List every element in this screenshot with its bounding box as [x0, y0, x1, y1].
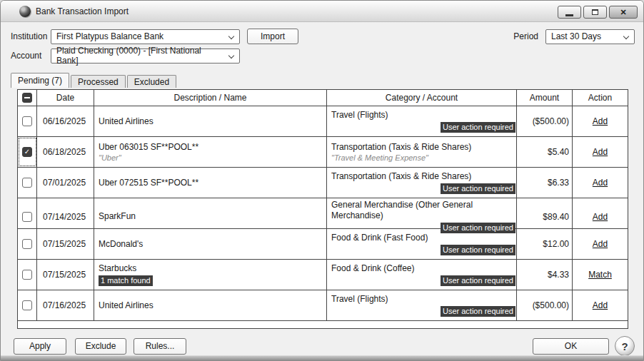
titlebar: Bank Transaction Import ✕ — [1, 1, 643, 22]
row-description-cell: McDonald's — [94, 229, 327, 259]
match-found-badge: 1 match found — [99, 275, 153, 286]
row-action-link[interactable]: Match — [588, 270, 612, 280]
row-category: Travel (Flights) — [331, 294, 516, 305]
row-date: 06/16/2025 — [37, 106, 94, 136]
header-amount: Amount — [517, 90, 573, 106]
row-amount: $5.40 — [517, 137, 573, 167]
app-logo-icon — [19, 6, 31, 17]
row-checkbox-cell: ✓ — [18, 168, 37, 198]
account-select[interactable]: Plaid Checking (0000) - [First National … — [51, 49, 240, 63]
close-icon: ✕ — [620, 9, 626, 16]
row-category-cell: Transportation (Taxis & Ride Shares) "Tr… — [327, 137, 517, 167]
minimize-button[interactable] — [558, 6, 581, 19]
row-description: Uber 063015 SF**POOL** — [99, 142, 323, 153]
user-action-required-badge: User action required — [441, 306, 515, 317]
rules-button[interactable]: Rules... — [134, 338, 186, 355]
row-checkbox[interactable]: ✓ — [22, 300, 32, 310]
row-date: 07/01/2025 — [37, 168, 94, 198]
row-checkbox[interactable]: ✓ — [22, 239, 32, 249]
table-row: ✓ 07/16/2025 United Airlines Travel (Fli… — [18, 290, 628, 321]
row-action-link[interactable]: Add — [593, 116, 608, 126]
row-category-sub: "Travel & Meeting Expense" — [331, 153, 516, 163]
row-action-link[interactable]: Add — [593, 212, 608, 222]
period-label: Period — [513, 31, 538, 41]
row-category-cell: Travel (Flights) User action required — [327, 106, 517, 136]
row-date: 07/15/2025 — [37, 229, 94, 259]
close-button[interactable]: ✕ — [609, 6, 638, 19]
import-button[interactable]: Import — [247, 29, 298, 44]
row-category-cell: Transportation (Taxis & Ride Shares) Use… — [327, 168, 517, 198]
minus-icon — [24, 97, 30, 98]
form-area: Institution First Platypus Balance Bank … — [1, 22, 643, 67]
row-description: United Airlines — [99, 300, 323, 311]
ok-button[interactable]: OK — [533, 338, 609, 355]
table-body: ✓ 06/16/2025 United Airlines Travel (Fli… — [18, 106, 628, 321]
account-label: Account — [11, 51, 51, 61]
row-action-cell: Match — [573, 260, 628, 290]
maximize-button[interactable] — [583, 6, 607, 19]
row-date: 07/16/2025 — [37, 290, 94, 320]
row-amount: $4.33 — [517, 260, 573, 290]
check-icon: ✓ — [24, 148, 30, 156]
row-action-link[interactable]: Add — [593, 178, 608, 188]
row-description: McDonald's — [99, 239, 323, 250]
table-row: ✓ 07/14/2025 SparkFun General Merchandis… — [18, 198, 628, 229]
period-select[interactable]: Last 30 Days — [545, 29, 635, 44]
row-category-cell: Travel (Flights) User action required — [327, 290, 517, 320]
exclude-button[interactable]: Exclude — [75, 338, 126, 355]
row-action-cell: Add — [573, 137, 628, 167]
institution-select[interactable]: First Platypus Balance Bank — [51, 29, 240, 44]
row-action-link[interactable]: Add — [593, 300, 608, 310]
minimize-icon — [565, 14, 573, 16]
row-category: Food & Drink (Fast Food) — [331, 233, 516, 243]
row-checkbox[interactable]: ✓ — [22, 147, 32, 157]
select-all-checkbox[interactable]: ✓ — [22, 93, 32, 103]
table-filler-row — [18, 321, 628, 328]
row-description: Uber 072515 SF**POOL** — [99, 178, 323, 188]
row-description-cell: Uber 072515 SF**POOL** — [94, 168, 327, 198]
row-description-cell: Starbucks 1 match found — [94, 260, 327, 290]
row-action-cell: Add — [573, 168, 628, 198]
row-action-cell: Add — [573, 229, 628, 259]
institution-value: First Platypus Balance Bank — [56, 31, 163, 41]
row-description-cell: Uber 063015 SF**POOL** "Uber" — [94, 137, 327, 167]
row-amount: ($500.00) — [517, 106, 573, 136]
row-checkbox[interactable]: ✓ — [22, 116, 32, 126]
help-icon[interactable]: ? — [615, 336, 635, 356]
row-description-cell: United Airlines — [94, 290, 327, 320]
table-row: ✓ 07/15/2025 McDonald's Food & Drink (Fa… — [18, 229, 628, 260]
tab-excluded[interactable]: Excluded — [127, 75, 176, 88]
header-date: Date — [37, 90, 94, 106]
row-amount: ($500.00) — [517, 290, 573, 320]
row-category: Food & Drink (Coffee) — [331, 263, 516, 274]
row-date: 06/18/2025 — [37, 137, 94, 167]
user-action-required-badge: User action required — [441, 245, 515, 255]
row-action-link[interactable]: Add — [593, 147, 608, 157]
tab-pending[interactable]: Pending (7) — [11, 73, 69, 88]
table-row: ✓ 07/01/2025 Uber 072515 SF**POOL** Tran… — [18, 168, 628, 198]
row-checkbox[interactable]: ✓ — [22, 212, 32, 222]
row-action-link[interactable]: Add — [593, 239, 608, 249]
table-row: ✓ 06/18/2025 Uber 063015 SF**POOL** "Ube… — [18, 137, 628, 168]
period-value: Last 30 Days — [551, 31, 601, 41]
row-checkbox-cell: ✓ — [18, 137, 37, 167]
chevron-down-icon — [228, 33, 234, 39]
tab-processed[interactable]: Processed — [71, 75, 126, 88]
row-checkbox-cell: ✓ — [18, 260, 37, 290]
apply-button[interactable]: Apply — [14, 338, 66, 355]
tab-strip: Pending (7) Processed Excluded — [1, 73, 643, 88]
row-checkbox[interactable]: ✓ — [22, 178, 32, 188]
footer: Apply Exclude Rules... OK ? — [1, 337, 643, 355]
row-description: United Airlines — [99, 116, 323, 127]
row-description-cell: United Airlines — [94, 106, 327, 136]
table-row: ✓ 06/16/2025 United Airlines Travel (Fli… — [18, 106, 628, 137]
row-checkbox[interactable]: ✓ — [22, 270, 32, 280]
user-action-required-badge: User action required — [441, 183, 515, 194]
account-value: Plaid Checking (0000) - [First National … — [56, 46, 223, 66]
row-action-cell: Add — [573, 290, 628, 320]
transactions-table: ✓ Date Description / Name Category / Acc… — [17, 89, 628, 329]
row-checkbox-cell: ✓ — [18, 229, 37, 259]
window-controls: ✕ — [555, 6, 638, 19]
row-description: SparkFun — [99, 211, 323, 222]
user-action-required-badge: User action required — [441, 122, 515, 133]
